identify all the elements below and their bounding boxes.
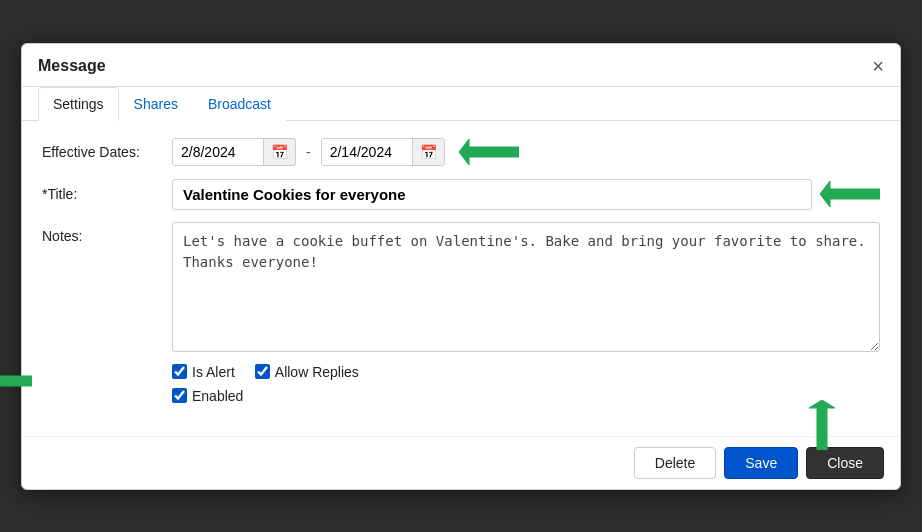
notes-label: Notes: [42, 222, 172, 244]
end-date-wrap: 📅 [321, 138, 445, 166]
title-label: *Title: [42, 186, 172, 202]
title-input[interactable] [172, 179, 812, 210]
checkbox-line-2: Enabled [172, 388, 880, 404]
is-alert-checkbox[interactable] [172, 364, 187, 379]
checkboxes-section: Is Alert Allow Replies Enabled [42, 364, 880, 404]
tab-bar: Settings Shares Broadcast [22, 87, 900, 121]
effective-dates-row: Effective Dates: 📅 - 📅 [42, 137, 880, 167]
checkbox-line-1: Is Alert Allow Replies [172, 364, 880, 380]
tab-shares[interactable]: Shares [119, 87, 193, 121]
svg-marker-2 [0, 368, 32, 394]
end-date-input[interactable] [322, 139, 412, 165]
start-date-input[interactable] [173, 139, 263, 165]
svg-marker-1 [820, 181, 880, 207]
tab-settings[interactable]: Settings [38, 87, 119, 121]
arrow-checkbox-icon [0, 366, 32, 396]
start-date-wrap: 📅 [172, 138, 296, 166]
notes-textarea[interactable]: Let's have a cookie buffet on Valentine'… [172, 222, 880, 352]
end-date-calendar-button[interactable]: 📅 [412, 139, 444, 165]
dialog-header: Message × [22, 44, 900, 87]
svg-marker-3 [809, 400, 835, 450]
enabled-checkbox-label[interactable]: Enabled [172, 388, 243, 404]
effective-dates-label: Effective Dates: [42, 144, 172, 160]
arrow-date-icon [459, 137, 519, 167]
dialog-title: Message [38, 57, 106, 85]
allow-replies-checkbox[interactable] [255, 364, 270, 379]
dialog-body: Effective Dates: 📅 - 📅 *Title: [22, 121, 900, 436]
header-close-button[interactable]: × [872, 56, 884, 86]
date-group: 📅 - 📅 [172, 137, 519, 167]
svg-marker-0 [459, 139, 519, 165]
tab-broadcast[interactable]: Broadcast [193, 87, 286, 121]
enabled-checkbox[interactable] [172, 388, 187, 403]
message-dialog: Message × Settings Shares Broadcast Effe… [21, 43, 901, 490]
dialog-footer: Delete Save Close [22, 436, 900, 489]
allow-replies-checkbox-label[interactable]: Allow Replies [255, 364, 359, 380]
notes-row: Notes: Let's have a cookie buffet on Val… [42, 222, 880, 352]
close-button[interactable]: Close [806, 447, 884, 479]
date-separator: - [302, 144, 315, 160]
delete-button[interactable]: Delete [634, 447, 716, 479]
start-date-calendar-button[interactable]: 📅 [263, 139, 295, 165]
save-button[interactable]: Save [724, 447, 798, 479]
arrow-save-icon [807, 400, 835, 450]
title-row: *Title: [42, 179, 880, 210]
arrow-title-icon [820, 179, 880, 209]
is-alert-checkbox-label[interactable]: Is Alert [172, 364, 235, 380]
